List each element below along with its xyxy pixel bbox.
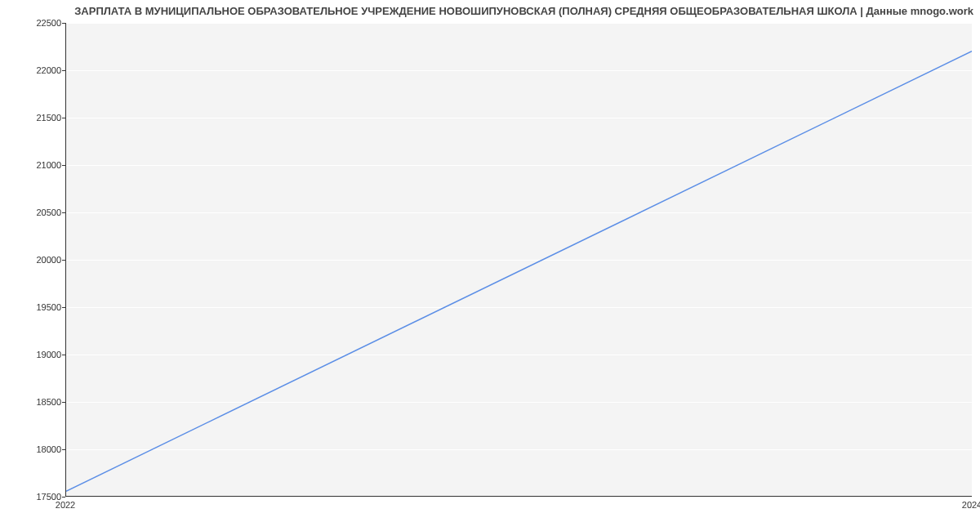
y-tick-mark — [62, 212, 65, 213]
y-tick-mark — [62, 449, 65, 450]
y-tick-mark — [62, 260, 65, 261]
line-series — [66, 23, 972, 496]
gridline — [66, 497, 972, 498]
y-tick-label: 20500 — [36, 207, 61, 217]
y-tick-label: 22500 — [36, 18, 61, 28]
y-tick-label: 22000 — [36, 65, 61, 75]
y-tick-label: 21500 — [36, 113, 61, 123]
y-tick-label: 19000 — [36, 350, 61, 359]
plot-area — [65, 23, 972, 497]
y-tick-label: 21000 — [36, 160, 61, 170]
y-tick-mark — [62, 307, 65, 308]
x-tick-label: 2022 — [56, 500, 75, 510]
y-tick-mark — [62, 165, 65, 166]
y-tick-label: 19500 — [36, 302, 61, 312]
y-tick-mark — [62, 70, 65, 71]
y-tick-label: 18500 — [36, 397, 61, 407]
y-tick-mark — [62, 355, 65, 355]
x-tick-label: 2024 — [962, 500, 980, 510]
y-tick-mark — [62, 497, 65, 498]
y-tick-mark — [62, 118, 65, 118]
y-tick-mark — [62, 23, 65, 24]
y-tick-label: 18000 — [36, 444, 61, 454]
y-tick-mark — [62, 402, 65, 403]
chart-title: ЗАРПЛАТА В МУНИЦИПАЛЬНОЕ ОБРАЗОВАТЕЛЬНОЕ… — [0, 5, 973, 17]
y-tick-label: 20000 — [36, 255, 61, 265]
